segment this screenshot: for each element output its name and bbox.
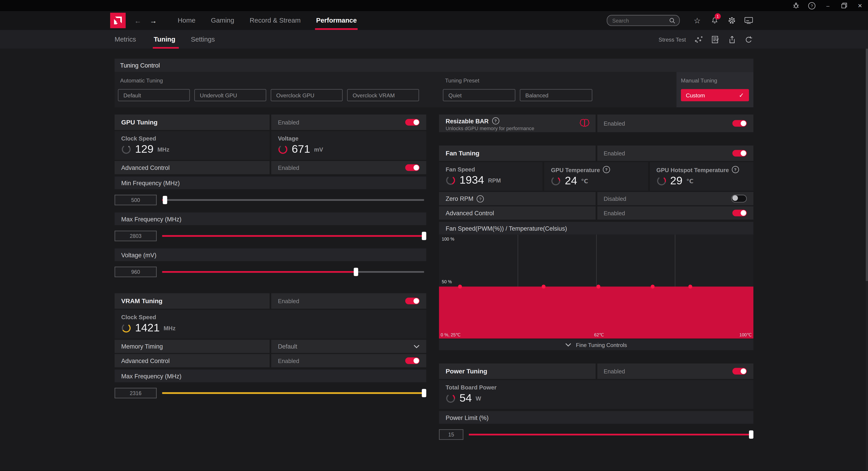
- fan-advanced-control-cell: Advanced Control: [439, 206, 595, 220]
- fan-advanced-toggle[interactable]: [733, 210, 747, 216]
- forward-button[interactable]: [146, 16, 161, 25]
- favorites-button[interactable]: [689, 11, 706, 30]
- tab-tuning[interactable]: Tuning: [146, 30, 183, 48]
- scrollbar-thumb[interactable]: [866, 49, 868, 281]
- help-icon[interactable]: [492, 117, 499, 125]
- x-tick-min: 0 %, 25℃: [440, 333, 460, 337]
- amd-logo[interactable]: [110, 13, 126, 28]
- nav-item-record-stream[interactable]: Record & Stream: [242, 11, 308, 30]
- vram-max-frequency-label: Max Frequency (MHz): [115, 370, 426, 382]
- fan-speed-label: Fan Speed: [445, 166, 536, 173]
- voltage-slider[interactable]: [162, 271, 424, 272]
- slider-handle[interactable]: [422, 232, 426, 240]
- gpu-advanced-toggle[interactable]: [405, 164, 420, 171]
- share-icon: [728, 36, 736, 43]
- vram-max-frequency-input[interactable]: [115, 388, 157, 398]
- gpu-tuning-enabled-toggle[interactable]: [405, 119, 420, 126]
- preset-balanced-button[interactable]: Balanced: [520, 89, 592, 101]
- power-tuning-title: Power Tuning: [445, 368, 487, 374]
- vram-advanced-control-label: Advanced Control: [121, 357, 169, 364]
- restore-button[interactable]: [836, 0, 852, 11]
- notifications-button[interactable]: 1: [706, 11, 723, 30]
- star-icon: [694, 15, 701, 26]
- max-frequency-input[interactable]: [115, 230, 157, 241]
- gpu-hotspot-label: GPU Hotspot Temperature: [656, 166, 747, 173]
- scrollbar[interactable]: [866, 49, 868, 471]
- fan-speed-value: 1934: [460, 174, 484, 187]
- settings-button[interactable]: [723, 11, 740, 30]
- slider-handle[interactable]: [354, 267, 358, 276]
- minimize-button[interactable]: [820, 0, 836, 11]
- voltage-input[interactable]: [115, 266, 157, 277]
- fan-curve-point[interactable]: [688, 284, 692, 289]
- fan-curve-point[interactable]: [651, 284, 655, 289]
- min-frequency-slider[interactable]: [162, 199, 424, 200]
- fan-curve-point[interactable]: [458, 284, 462, 289]
- nav-item-gaming[interactable]: Gaming: [203, 11, 242, 30]
- share-button[interactable]: [723, 30, 740, 48]
- max-frequency-slider[interactable]: [162, 235, 424, 237]
- fan-tuning-enabled-toggle[interactable]: [733, 150, 747, 157]
- help-icon[interactable]: [732, 166, 739, 173]
- memory-timing-dropdown[interactable]: Default: [271, 340, 426, 353]
- help-icon[interactable]: [603, 166, 610, 173]
- fan-curve-chart[interactable]: 100 % 50 % 0 %, 25℃ 62℃ 100℃: [439, 234, 753, 338]
- report-bug-button[interactable]: [788, 0, 804, 11]
- min-frequency-input[interactable]: [115, 195, 157, 205]
- tab-settings[interactable]: Settings: [183, 30, 223, 48]
- gpu-temperature-label: GPU Temperature: [551, 166, 642, 173]
- undo-icon: [745, 36, 752, 43]
- manual-custom-button[interactable]: Custom: [681, 89, 749, 101]
- auto-tune-overclock-gpu-button[interactable]: Overclock GPU: [271, 89, 343, 101]
- tab-metrics[interactable]: Metrics: [115, 30, 146, 48]
- resizable-bar-cell: Resizable BAR Unlocks dGPU memory for pe…: [439, 114, 595, 132]
- profiles-button[interactable]: [707, 30, 723, 48]
- resizable-bar-toggle[interactable]: [733, 120, 747, 127]
- nav-item-home[interactable]: Home: [170, 11, 203, 30]
- custom-button-label: Custom: [686, 92, 705, 98]
- devices-icon: [745, 17, 753, 24]
- notification-badge: 1: [715, 13, 721, 20]
- auto-tune-default-button[interactable]: Default: [118, 89, 190, 101]
- help-icon[interactable]: [477, 195, 484, 202]
- fan-tuning-enabled-cell: Enabled: [597, 145, 753, 161]
- zero-rpm-state-cell: Disabled: [597, 192, 753, 205]
- zero-rpm-toggle[interactable]: [731, 195, 747, 202]
- gpu-advanced-state-label: Enabled: [278, 164, 299, 171]
- devices-button[interactable]: [740, 11, 757, 30]
- power-enabled-label: Enabled: [604, 368, 625, 374]
- slider-handle[interactable]: [162, 196, 167, 204]
- close-button[interactable]: [852, 0, 868, 11]
- help-button[interactable]: [804, 0, 820, 11]
- auto-tune-overclock-vram-button[interactable]: Overclock VRAM: [347, 89, 419, 101]
- gear-icon: [727, 16, 735, 24]
- back-button[interactable]: [130, 16, 146, 25]
- fan-advanced-state-label: Enabled: [604, 210, 625, 216]
- vram-clock-speed-label: Clock Speed: [121, 314, 420, 320]
- nav-item-performance[interactable]: Performance: [308, 11, 364, 30]
- power-tuning-enabled-toggle[interactable]: [733, 368, 747, 374]
- slider-handle[interactable]: [749, 430, 753, 438]
- power-limit-input[interactable]: [439, 429, 463, 440]
- stress-test-button[interactable]: [690, 30, 707, 48]
- vram-max-frequency-slider[interactable]: [162, 392, 424, 394]
- gpu-hotspot-metric: GPU Hotspot Temperature 29 ℃: [650, 162, 753, 191]
- tuning-control-title: Tuning Control: [115, 59, 753, 72]
- search-box[interactable]: [607, 15, 680, 26]
- check-icon: [739, 92, 744, 99]
- vram-clock-speed-value: 1421: [135, 322, 160, 334]
- search-input[interactable]: [611, 17, 669, 24]
- vram-tuning-enabled-toggle[interactable]: [405, 298, 420, 304]
- preset-quiet-button[interactable]: Quiet: [443, 89, 515, 101]
- memory-timing-value: Default: [278, 343, 297, 349]
- power-limit-slider[interactable]: [469, 434, 751, 435]
- reset-button[interactable]: [740, 30, 756, 48]
- gauge-icon: [551, 176, 561, 186]
- slider-handle[interactable]: [422, 389, 426, 397]
- auto-tune-undervolt-gpu-button[interactable]: Undervolt GPU: [194, 89, 266, 101]
- fan-curve-point[interactable]: [596, 284, 600, 289]
- fine-tuning-controls-button[interactable]: Fine Tuning Controls: [439, 339, 753, 350]
- gpu-advanced-control-label: Advanced Control: [121, 164, 169, 171]
- fan-curve-point[interactable]: [542, 284, 546, 289]
- vram-advanced-toggle[interactable]: [405, 357, 420, 364]
